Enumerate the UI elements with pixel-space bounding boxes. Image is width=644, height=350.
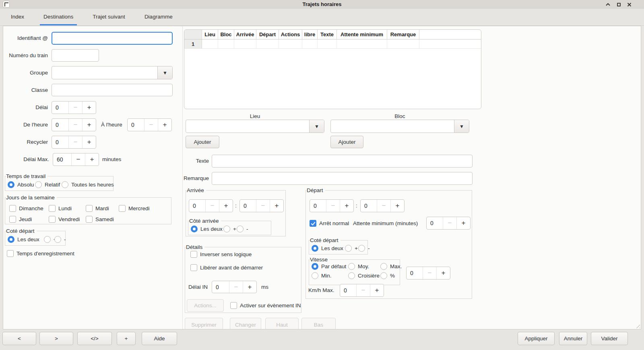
tab-index[interactable]: Index — [7, 9, 28, 25]
radio-icon[interactable] — [312, 272, 318, 279]
destinations-table[interactable]: Lieu Bloc Arrivée Départ Actions libre T… — [184, 29, 481, 109]
recycler-spinbox[interactable]: 0 − + — [52, 136, 96, 149]
column-header-texte[interactable]: Texte — [318, 30, 337, 39]
depart-hour-value[interactable]: 0 — [310, 200, 326, 212]
attente-minimum-value[interactable]: 0 — [427, 217, 443, 229]
maximize-icon[interactable] — [616, 2, 622, 8]
radio-icon[interactable] — [312, 245, 318, 252]
minus-button[interactable]: − — [205, 200, 219, 212]
radio-icon[interactable] — [44, 236, 51, 243]
minus-button[interactable]: − — [144, 119, 158, 131]
plus-button[interactable]: + — [82, 136, 96, 148]
tab-destinations[interactable]: Destinations — [40, 9, 77, 25]
radio-icon[interactable] — [8, 236, 14, 243]
checkbox-inverser-sens-logique[interactable]: Inverser sens logique — [190, 251, 252, 258]
checkbox-activer-evenement-in[interactable]: Activer sur évènement IN — [230, 302, 301, 309]
radio-icon[interactable] — [380, 263, 387, 270]
radio-icon[interactable] — [237, 226, 244, 232]
arrivee-minute-value[interactable]: 0 — [240, 200, 256, 212]
cell-arrivee[interactable] — [234, 39, 256, 48]
add-button[interactable]: + — [117, 332, 136, 345]
minus-button[interactable]: − — [423, 267, 436, 279]
depart-hour-spinbox[interactable]: 0 − + — [310, 199, 354, 212]
radio-icon[interactable] — [8, 181, 14, 188]
column-header-lieu[interactable]: Lieu — [202, 30, 218, 39]
minus-button[interactable]: − — [256, 200, 270, 212]
radio-percent[interactable]: % — [380, 272, 395, 279]
chevron-down-icon[interactable]: ▼ — [157, 66, 172, 79]
cell-libre[interactable] — [302, 39, 318, 48]
chevron-down-icon[interactable]: ▼ — [454, 120, 469, 133]
radio-les-deux[interactable]: Les deux — [312, 245, 343, 252]
delai-value[interactable]: 0 — [52, 101, 68, 114]
cell-texte[interactable] — [318, 39, 337, 48]
checkbox-icon[interactable] — [9, 216, 16, 223]
plus-button[interactable]: + — [340, 200, 353, 212]
groupe-combobox[interactable]: ▼ — [52, 66, 173, 79]
resize-grip[interactable] — [636, 324, 640, 328]
radio-toutes-les-heures[interactable]: Toutes les heures — [62, 181, 114, 188]
de-lheure-spinbox[interactable]: 0 − + — [52, 118, 96, 131]
code-button[interactable]: </> — [77, 332, 112, 345]
delai-spinbox[interactable]: 0 − + — [52, 101, 96, 114]
checkbox-icon[interactable] — [7, 250, 14, 257]
checkbox-icon[interactable] — [86, 205, 93, 212]
previous-button[interactable]: < — [2, 332, 36, 345]
column-header-bloc[interactable]: Bloc — [218, 30, 234, 39]
a-lheure-value[interactable]: 0 — [128, 119, 144, 131]
checkbox-mardi[interactable]: Mardi — [86, 205, 109, 212]
arrivee-minute-spinbox[interactable]: 0 − + — [239, 199, 284, 212]
radio-icon[interactable] — [35, 181, 42, 188]
bloc-combobox[interactable]: ▼ — [330, 120, 469, 133]
radio-icon[interactable] — [380, 272, 387, 279]
kmh-max-spinbox[interactable]: 0 − + — [340, 284, 384, 297]
classe-input[interactable] — [52, 84, 173, 96]
minus-button[interactable]: − — [326, 200, 340, 212]
next-button[interactable]: > — [39, 332, 73, 345]
column-header-depart[interactable]: Départ — [256, 30, 279, 39]
radio-icon[interactable] — [348, 272, 355, 279]
checkbox-icon[interactable] — [190, 264, 197, 271]
minimize-icon[interactable] — [605, 2, 611, 8]
column-header-remarque[interactable]: Remarque — [387, 30, 419, 39]
chevron-down-icon[interactable]: ▼ — [309, 120, 324, 133]
checkbox-icon[interactable] — [9, 205, 16, 212]
radio-icon[interactable] — [348, 263, 355, 270]
vitesse-value[interactable]: 0 — [407, 267, 423, 279]
vitesse-spinbox[interactable]: 0 − + — [406, 267, 450, 280]
arrivee-hour-spinbox[interactable]: 0 − + — [189, 199, 233, 212]
radio-icon[interactable] — [358, 245, 365, 252]
lieu-ajouter-button[interactable]: Ajouter — [186, 136, 219, 148]
checkbox-icon[interactable] — [49, 205, 56, 212]
radio-icon[interactable] — [191, 226, 198, 232]
radio-min[interactable]: Min. — [312, 272, 332, 279]
arrivee-hour-value[interactable]: 0 — [189, 200, 205, 212]
cell-remarque[interactable] — [387, 39, 419, 48]
numero-train-input[interactable] — [52, 49, 99, 62]
checkbox-icon[interactable] — [86, 216, 93, 223]
radio-icon[interactable] — [62, 181, 68, 188]
radio-moy[interactable]: Moy. — [348, 263, 369, 270]
lieu-combobox[interactable]: ▼ — [186, 120, 324, 133]
cell-attente-minimum[interactable] — [337, 39, 387, 48]
checkbox-icon[interactable] — [49, 216, 56, 223]
minus-button[interactable]: − — [377, 200, 390, 212]
delai-in-value[interactable]: 0 — [212, 281, 229, 293]
minus-button[interactable]: − — [356, 284, 370, 296]
plus-button[interactable]: + — [82, 119, 96, 131]
radio-relatif[interactable]: Relatif — [35, 181, 60, 188]
radio-minus[interactable]: - — [237, 226, 248, 232]
radio-icon[interactable] — [223, 226, 230, 232]
minus-button[interactable]: − — [68, 101, 82, 114]
plus-button[interactable]: + — [370, 284, 384, 296]
minus-button[interactable]: − — [68, 136, 82, 148]
checkbox-icon[interactable] — [310, 220, 316, 227]
checkbox-mercredi[interactable]: Mercredi — [119, 205, 150, 212]
radio-croisiere[interactable]: Croisière — [348, 272, 380, 279]
plus-button[interactable]: + — [219, 200, 233, 212]
texte-input[interactable] — [212, 155, 473, 168]
checkbox-temps-enregistrement[interactable]: Temps d'enregistrement — [7, 250, 74, 257]
minus-button[interactable]: − — [68, 119, 82, 131]
radio-icon[interactable] — [54, 236, 61, 243]
minus-button[interactable]: − — [229, 281, 243, 293]
